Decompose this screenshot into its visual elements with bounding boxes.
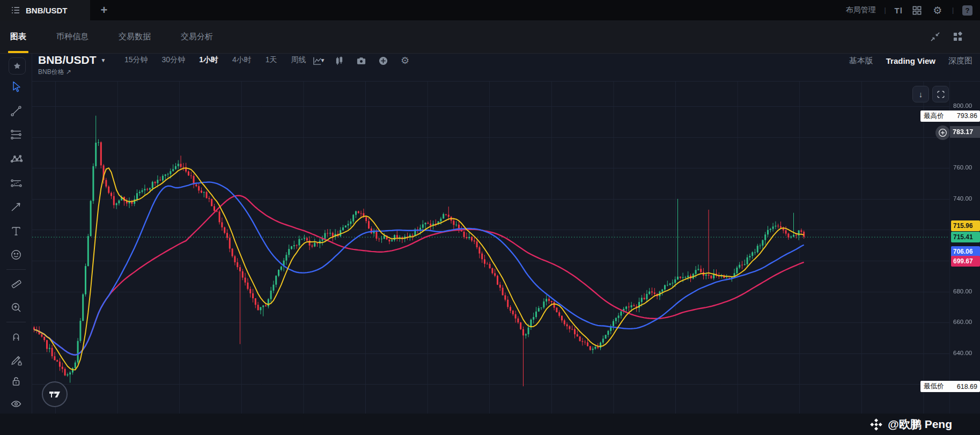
emoji-tool[interactable] [8, 247, 24, 263]
timeframe-1h[interactable]: 1小时 [199, 55, 218, 65]
chart-tools: ⚙ [311, 55, 411, 67]
new-tab-button[interactable]: + [90, 0, 118, 20]
snapshot-camera-icon[interactable] [355, 55, 367, 67]
lowest-price-badge: 最低价618.69 [920, 381, 980, 392]
watermark-handle: @欧鹏 Peng [888, 417, 952, 432]
timeframe-row: 15分钟 30分钟 1小时 4小时 1天 周线 ▼ [124, 55, 325, 65]
topbar-actions: 布局管理 | Tl ⚙ | ? [845, 0, 980, 20]
widgets-icon[interactable] [952, 31, 963, 43]
highest-price-label: 最高价 [924, 112, 944, 121]
symbol-tab[interactable]: BNB/USDT [0, 0, 90, 20]
arrow-tool[interactable] [8, 198, 24, 215]
scroll-to-latest-button[interactable]: ↓ [912, 86, 929, 102]
toolbar-divider [6, 269, 26, 270]
tradingview-logo[interactable] [42, 381, 68, 407]
drawing-lock-tool[interactable] [8, 352, 24, 368]
hide-drawings-eye-tool[interactable] [8, 396, 24, 412]
binance-diamond-icon [870, 418, 883, 431]
settings-gear-icon[interactable]: ⚙ [932, 4, 944, 16]
tab-chart[interactable]: 图表 [8, 20, 28, 53]
xabcd-pattern-tool[interactable] [8, 150, 24, 166]
price-tick-label: 680.00 [953, 288, 972, 294]
price-tick-label: 760.00 [953, 164, 972, 171]
timeframe-1d[interactable]: 1天 [266, 55, 277, 65]
help-icon[interactable]: ? [962, 5, 972, 16]
chart-settings-gear-icon[interactable]: ⚙ [399, 55, 411, 67]
ma-fast-badge: 715.96 [951, 220, 980, 231]
add-indicator-icon[interactable] [377, 55, 389, 67]
trading-app: { "tab_bar": { "active_tab": "BNB/USDT",… [0, 0, 980, 435]
price-tick-label: 740.00 [953, 195, 972, 202]
chart-header: BNB/USDT▼ BNB价格 ↗ 15分钟 30分钟 1小时 4小时 1天 周… [32, 54, 980, 82]
chart-view-tabs: 基本版 Trading View 深度图 [849, 56, 972, 66]
lowest-price-value: 618.69 [957, 383, 977, 390]
cursor-tool[interactable] [8, 78, 24, 94]
favorites-star-button[interactable] [9, 57, 26, 75]
tab-coin-info[interactable]: 币种信息 [54, 20, 91, 53]
add-alert-plus-icon[interactable] [935, 126, 950, 140]
price-tick-label: 640.00 [953, 350, 972, 356]
ma-mid-badge: 706.06 [951, 246, 980, 257]
active-tab-underline [8, 51, 28, 53]
lowest-price-label: 最低价 [924, 382, 944, 391]
chart-float-buttons: ↓ [912, 86, 949, 102]
subnav-actions [929, 31, 972, 43]
measure-ruler-tool[interactable] [8, 276, 24, 292]
projection-tool[interactable] [8, 175, 24, 191]
chart-style-icon[interactable] [311, 55, 323, 67]
window-tab-bar: BNB/USDT + 布局管理 | Tl ⚙ | ? [0, 0, 980, 20]
tab-trade-analysis[interactable]: 交易分析 [179, 20, 215, 53]
trend-line-tool[interactable] [8, 103, 24, 119]
view-depth[interactable]: 深度图 [948, 56, 972, 66]
list-icon [11, 5, 20, 15]
drawing-toolbar [0, 54, 32, 414]
chart-pane: ↓ [32, 82, 949, 414]
text-size-icon[interactable]: Tl [895, 6, 903, 15]
text-tool[interactable] [8, 223, 24, 239]
tab-trade-data[interactable]: 交易数据 [116, 20, 153, 53]
view-tradingview[interactable]: Trading View [886, 56, 935, 65]
timeframe-1w[interactable]: 周线 [291, 55, 306, 65]
fib-lines-tool[interactable] [8, 127, 24, 143]
symbol-tab-label: BNB/USDT [26, 6, 68, 15]
collapse-icon[interactable] [929, 31, 941, 43]
symbol-selector[interactable]: BNB/USDT▼ [38, 54, 106, 67]
timeframe-4h[interactable]: 4小时 [232, 55, 252, 65]
toolbar-divider [6, 322, 26, 322]
lock-all-tool[interactable] [8, 373, 24, 389]
last-price-badge: 715.41 [951, 232, 980, 242]
separator: | [884, 6, 886, 14]
bottom-bar: @欧鹏 Peng [0, 414, 980, 435]
view-basic[interactable]: 基本版 [849, 56, 873, 66]
chevron-down-icon: ▼ [101, 57, 106, 63]
timeframe-15m[interactable]: 15分钟 [124, 55, 148, 65]
chart-shell: BNB/USDT▼ BNB价格 ↗ 15分钟 30分钟 1小时 4小时 1天 周… [0, 54, 980, 414]
separator: | [952, 6, 954, 14]
layout-manager-link[interactable]: 布局管理 [845, 5, 875, 15]
reset-view-button[interactable] [932, 86, 949, 102]
countdown-price-badge: 783.17 [950, 126, 980, 138]
candlestick-style-icon[interactable] [333, 55, 345, 67]
price-chart-canvas[interactable] [32, 82, 949, 414]
magnet-tool[interactable] [8, 328, 24, 344]
price-tick-label: 800.00 [953, 102, 972, 109]
external-link-icon: ↗ [66, 68, 71, 76]
price-axis[interactable]: 800.00760.00740.00680.00660.00640.00最高价7… [949, 82, 980, 414]
symbol-subtitle-link[interactable]: BNB价格 ↗ [38, 68, 71, 77]
zoom-in-tool[interactable] [8, 299, 24, 315]
ma-slow-badge: 699.67 [951, 256, 980, 267]
layout-grid-icon[interactable] [911, 4, 923, 16]
highest-price-value: 793.86 [957, 112, 977, 120]
price-tick-label: 660.00 [953, 319, 972, 325]
page-subnav: 图表 币种信息 交易数据 交易分析 [0, 20, 980, 54]
highest-price-badge: 最高价793.86 [920, 110, 980, 122]
timeframe-30m[interactable]: 30分钟 [162, 55, 186, 65]
